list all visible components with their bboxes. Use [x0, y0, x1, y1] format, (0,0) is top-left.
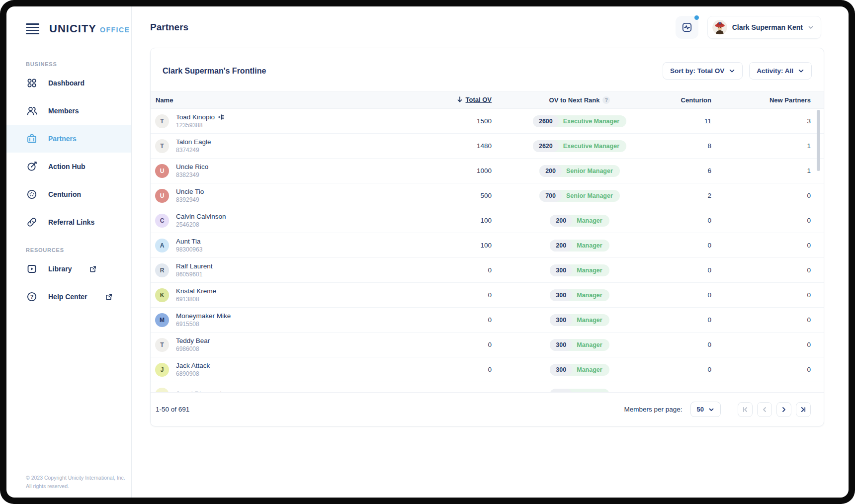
rank-label: Manager: [572, 215, 609, 227]
rank-label: Manager: [572, 339, 609, 351]
partner-row[interactable]: R Ralf Laurent 86059601 0 300 Manager 0 …: [151, 258, 824, 283]
partner-name: Uncle Rico: [176, 163, 208, 170]
partner-row[interactable]: J Jared Diamonds 0 300 Manager 0 0: [151, 382, 824, 392]
logo-primary-text: UNICITY: [49, 22, 96, 35]
centurion-value: 0: [668, 391, 711, 392]
table-header: Name Total OV OV to Next Rank ? Centurio…: [151, 91, 824, 109]
sidebar-item-referral-links[interactable]: Referral Links: [6, 208, 131, 236]
activity-notification-button[interactable]: [676, 16, 698, 39]
target-icon: [26, 161, 38, 172]
first-page-button[interactable]: [738, 402, 753, 417]
partner-id: 6915508: [176, 321, 231, 328]
chevron-right-icon: [780, 406, 788, 414]
sort-by-dropdown[interactable]: Sort by: Total OV: [663, 62, 743, 80]
per-page-value: 50: [697, 406, 704, 413]
sidebar-item-centurion[interactable]: Centurion: [6, 180, 131, 208]
next-page-button[interactable]: [776, 402, 791, 417]
activity-filter-dropdown[interactable]: Activity: All: [749, 62, 812, 80]
centurion-value: 8: [668, 142, 711, 150]
sidebar-item-library[interactable]: Library: [6, 255, 131, 283]
column-header-total-ov[interactable]: Total OV: [456, 96, 492, 103]
centurion-value: 0: [668, 266, 711, 274]
svg-text:?: ?: [30, 294, 34, 300]
partner-row[interactable]: T Talon Eagle 8374249 1480 2620 Executiv…: [151, 134, 824, 159]
activity-filter-label: Activity: All: [757, 67, 793, 75]
new-partners-value: 0: [711, 316, 811, 324]
activity-pulse-icon: [681, 21, 693, 33]
centurion-value: 2: [668, 192, 711, 199]
vertical-scrollbar[interactable]: [817, 110, 820, 171]
partner-row[interactable]: T Toad Kinopio 12359388 1500 2600 Execut…: [151, 109, 824, 134]
partner-avatar: U: [155, 189, 169, 203]
centurion-value: 11: [668, 117, 711, 125]
partner-row[interactable]: T Teddy Bear 6986008 0 300 Manager 0 0: [151, 333, 824, 357]
partner-avatar: C: [155, 214, 169, 228]
ov-needed-value: 300: [550, 264, 572, 276]
user-name: Clark Superman Kent: [732, 23, 803, 31]
sort-arrow-down-icon: [456, 96, 463, 103]
last-page-icon: [799, 406, 807, 414]
rank-badge: 300 Manager: [550, 289, 609, 301]
hamburger-menu-icon[interactable]: [26, 23, 39, 34]
partner-row[interactable]: A Aunt Tia 98300963 100 200 Manager 0 0: [151, 233, 824, 258]
frontline-card: Clark Superman's Frontline Sort by: Tota…: [150, 48, 824, 426]
per-page-label: Members per page:: [624, 406, 682, 413]
help-tooltip-icon[interactable]: ?: [602, 96, 610, 104]
total-ov-value: 1480: [399, 142, 492, 150]
sort-by-label: Sort by: Total OV: [670, 67, 724, 75]
chevron-left-icon: [761, 406, 769, 414]
partner-id: 6890908: [176, 370, 210, 377]
ov-needed-value: 300: [550, 389, 572, 393]
partner-name: Ralf Laurent: [176, 262, 213, 270]
table-footer: 1-50 of 691 Members per page: 50: [151, 392, 824, 426]
sidebar-item-help-center[interactable]: ? Help Center: [6, 283, 131, 311]
ov-needed-value: 2600: [533, 115, 559, 127]
members-icon: [26, 105, 38, 117]
last-page-button[interactable]: [796, 402, 811, 417]
partner-name: Calvin Calvinson: [176, 213, 226, 220]
partner-row[interactable]: M Moneymaker Mike 6915508 0 300 Manager …: [151, 308, 824, 333]
per-page-select[interactable]: 50: [690, 402, 721, 417]
section-label-business: BUSINESS: [6, 61, 131, 67]
new-partners-value: 3: [711, 117, 811, 125]
sidebar-item-label: Referral Links: [48, 218, 94, 226]
total-ov-value: 1500: [399, 117, 492, 125]
ov-needed-value: 2620: [533, 140, 559, 152]
user-menu[interactable]: Clark Superman Kent: [707, 16, 821, 39]
partner-id: 8382349: [176, 171, 208, 178]
partner-row[interactable]: C Calvin Calvinson 2546208 100 200 Manag…: [151, 208, 824, 233]
app-logo: UNICITY OFFICE: [49, 22, 130, 35]
new-partners-value: 0: [711, 391, 811, 392]
rank-label: Manager: [572, 240, 609, 252]
copyright-line1: © 2023 Copyright Unicity International, …: [26, 474, 125, 482]
total-ov-value: 0: [399, 341, 492, 348]
new-partners-value: 0: [711, 192, 811, 199]
rank-label: Senior Manager: [562, 190, 620, 202]
link-icon: [26, 216, 38, 228]
partner-row[interactable]: U Uncle Tio 8392949 500 700 Senior Manag…: [151, 183, 824, 208]
centurion-value: 0: [668, 316, 711, 324]
partner-name: Toad Kinopio: [176, 113, 215, 121]
external-link-icon: [103, 293, 115, 301]
new-partners-value: 0: [711, 341, 811, 348]
rank-badge: 200 Manager: [550, 215, 609, 227]
sidebar-item-action-hub[interactable]: Action Hub: [6, 153, 131, 180]
partner-name: Uncle Tio: [176, 188, 204, 195]
sidebar-item-dashboard[interactable]: Dashboard: [6, 69, 131, 97]
briefcase-icon: [26, 133, 38, 145]
rank-label: Manager: [572, 289, 609, 301]
partner-row[interactable]: J Jack Attack 6890908 0 300 Manager 0 0: [151, 357, 824, 382]
partner-row[interactable]: K Kristal Kreme 6913808 0 300 Manager 0 …: [151, 283, 824, 308]
rank-badge: 2600 Executive Manager: [533, 115, 626, 127]
ov-needed-value: 300: [550, 364, 572, 376]
copyright-footer: © 2023 Copyright Unicity International, …: [26, 474, 125, 491]
external-link-icon: [87, 265, 99, 273]
partner-row[interactable]: U Uncle Rico 8382349 1000 200 Senior Man…: [151, 159, 824, 183]
sidebar-item-members[interactable]: Members: [6, 97, 131, 125]
partner-name: Jared Diamonds: [176, 390, 225, 392]
section-label-resources: RESOURCES: [6, 247, 131, 253]
sidebar-item-partners[interactable]: Partners: [6, 125, 131, 153]
previous-page-button[interactable]: [757, 402, 772, 417]
rank-badge: 200 Senior Manager: [539, 165, 620, 177]
rank-label: Executive Manager: [559, 140, 626, 152]
